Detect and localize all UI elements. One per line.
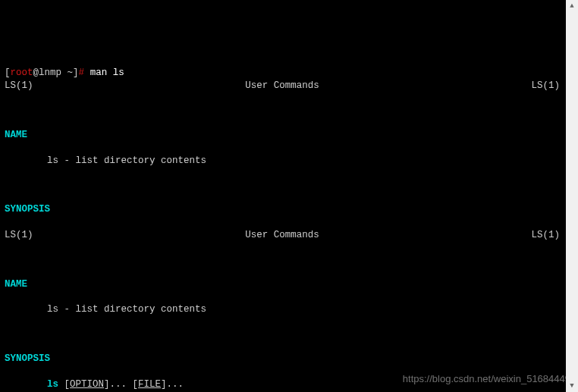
section-name-1: NAME	[5, 129, 573, 142]
synopsis-option: OPTION	[70, 379, 104, 390]
header-right-2: LS(1)	[531, 229, 560, 242]
header-center: User Commands	[245, 80, 319, 93]
name-text-2: ls - list directory contents	[5, 303, 573, 316]
synopsis-file: FILE	[138, 379, 161, 390]
man-header-1: LS(1)User CommandsLS(1)	[5, 80, 560, 93]
man-header-2: LS(1)User CommandsLS(1)	[5, 229, 560, 242]
prompt-symbol: #	[79, 67, 85, 78]
header-right: LS(1)	[531, 80, 560, 93]
section-synopsis-2: SYNOPSIS	[5, 353, 573, 365]
watermark-text: https://blog.csdn.net/weixin_51684449	[403, 372, 570, 386]
prompt-at-host: @	[33, 67, 39, 78]
prompt-host: lnmp	[39, 67, 61, 78]
vertical-scrollbar[interactable]: ▲ ▼	[566, 0, 578, 392]
prompt-cwd: ~	[68, 67, 74, 78]
synopsis-cmd: ls	[47, 379, 58, 390]
terminal-viewport[interactable]: [root@lnmp ~]# man ls LS(1)User Commands…	[5, 55, 573, 393]
scroll-down-button[interactable]: ▼	[566, 380, 578, 392]
section-synopsis-1: SYNOPSIS	[5, 203, 573, 216]
section-name-2: NAME	[5, 278, 573, 291]
chevron-down-icon: ▼	[570, 381, 573, 390]
command-text: man ls	[90, 67, 124, 78]
name-text-1: ls - list directory contents	[5, 155, 573, 168]
scrollbar-track[interactable]	[566, 12, 578, 380]
header-left: LS(1)	[5, 80, 33, 93]
prompt-line: [root@lnmp ~]# man ls	[5, 67, 124, 78]
prompt-user: root	[11, 67, 33, 78]
chevron-up-icon: ▲	[570, 2, 573, 11]
header-left-2: LS(1)	[5, 229, 33, 242]
scroll-up-button[interactable]: ▲	[566, 0, 578, 12]
header-center-2: User Commands	[245, 229, 319, 242]
